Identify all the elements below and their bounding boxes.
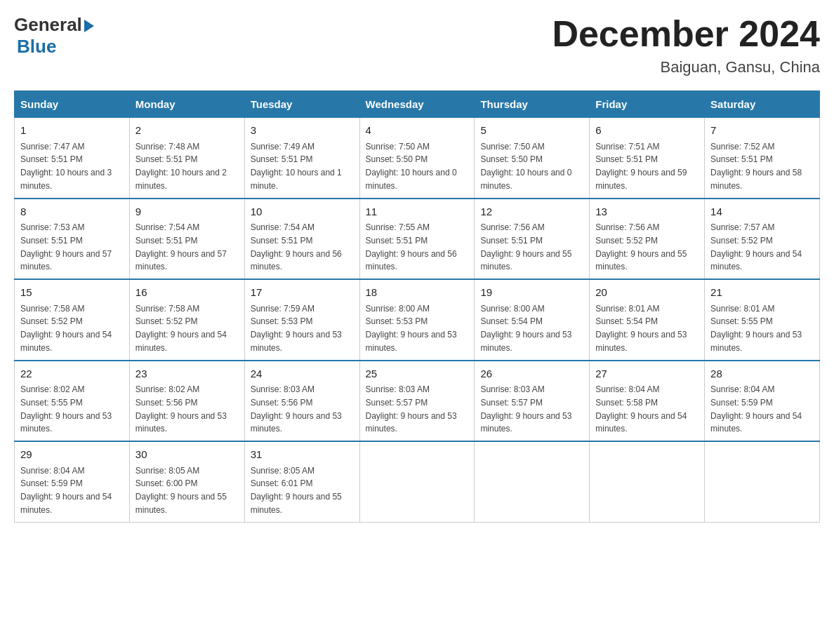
day-info: Sunrise: 8:01 AMSunset: 5:55 PMDaylight:… <box>710 304 802 353</box>
col-thursday: Thursday <box>475 91 590 118</box>
calendar-cell: 28Sunrise: 8:04 AMSunset: 5:59 PMDayligh… <box>705 361 820 442</box>
day-number: 20 <box>595 285 699 301</box>
col-monday: Monday <box>129 91 244 118</box>
day-info: Sunrise: 7:53 AMSunset: 5:51 PMDaylight:… <box>20 222 112 271</box>
col-sunday: Sunday <box>15 91 130 118</box>
day-number: 7 <box>710 123 814 139</box>
day-number: 4 <box>366 123 469 139</box>
day-info: Sunrise: 7:47 AMSunset: 5:51 PMDaylight:… <box>20 142 112 191</box>
day-number: 28 <box>710 366 814 382</box>
day-number: 9 <box>135 204 239 220</box>
day-info: Sunrise: 7:56 AMSunset: 5:51 PMDaylight:… <box>480 222 571 271</box>
calendar-cell: 17Sunrise: 7:59 AMSunset: 5:53 PMDayligh… <box>244 279 359 361</box>
day-number: 26 <box>480 366 583 382</box>
day-info: Sunrise: 8:04 AMSunset: 5:58 PMDaylight:… <box>595 384 687 434</box>
calendar-cell: 23Sunrise: 8:02 AMSunset: 5:56 PMDayligh… <box>129 361 244 442</box>
col-saturday: Saturday <box>705 91 820 118</box>
day-number: 17 <box>251 285 354 301</box>
day-info: Sunrise: 7:50 AMSunset: 5:50 PMDaylight:… <box>366 142 457 191</box>
calendar-cell: 21Sunrise: 8:01 AMSunset: 5:55 PMDayligh… <box>705 279 820 361</box>
calendar-cell: 7Sunrise: 7:52 AMSunset: 5:51 PMDaylight… <box>705 118 820 199</box>
day-number: 27 <box>595 366 699 382</box>
day-number: 5 <box>480 123 583 139</box>
day-number: 15 <box>20 285 124 301</box>
day-info: Sunrise: 7:59 AMSunset: 5:53 PMDaylight:… <box>251 304 342 353</box>
day-number: 30 <box>135 447 239 463</box>
day-info: Sunrise: 7:48 AMSunset: 5:51 PMDaylight:… <box>135 142 227 191</box>
day-number: 14 <box>710 204 814 220</box>
day-number: 31 <box>251 447 354 463</box>
calendar-cell: 22Sunrise: 8:02 AMSunset: 5:55 PMDayligh… <box>15 361 130 442</box>
week-row-3: 15Sunrise: 7:58 AMSunset: 5:52 PMDayligh… <box>15 279 820 361</box>
calendar-cell: 1Sunrise: 7:47 AMSunset: 5:51 PMDaylight… <box>15 118 130 199</box>
calendar-cell: 10Sunrise: 7:54 AMSunset: 5:51 PMDayligh… <box>244 199 359 280</box>
day-info: Sunrise: 8:02 AMSunset: 5:55 PMDaylight:… <box>20 384 112 434</box>
col-tuesday: Tuesday <box>244 91 359 118</box>
calendar-cell: 26Sunrise: 8:03 AMSunset: 5:57 PMDayligh… <box>475 361 590 442</box>
day-info: Sunrise: 8:05 AMSunset: 6:01 PMDaylight:… <box>251 466 342 515</box>
day-info: Sunrise: 8:03 AMSunset: 5:57 PMDaylight:… <box>480 384 571 434</box>
day-number: 11 <box>366 204 469 220</box>
calendar-cell: 9Sunrise: 7:54 AMSunset: 5:51 PMDaylight… <box>129 199 244 280</box>
calendar-cell: 6Sunrise: 7:51 AMSunset: 5:51 PMDaylight… <box>590 118 705 199</box>
day-info: Sunrise: 7:55 AMSunset: 5:51 PMDaylight:… <box>366 222 457 271</box>
day-info: Sunrise: 7:57 AMSunset: 5:52 PMDaylight:… <box>710 222 802 271</box>
col-friday: Friday <box>590 91 705 118</box>
day-number: 12 <box>480 204 583 220</box>
calendar-cell: 16Sunrise: 7:58 AMSunset: 5:52 PMDayligh… <box>129 279 244 361</box>
logo-triangle-icon <box>84 20 94 32</box>
col-wednesday: Wednesday <box>359 91 475 118</box>
day-number: 6 <box>595 123 699 139</box>
week-row-5: 29Sunrise: 8:04 AMSunset: 5:59 PMDayligh… <box>15 441 820 522</box>
day-number: 24 <box>251 366 354 382</box>
day-number: 18 <box>366 285 469 301</box>
calendar-cell: 31Sunrise: 8:05 AMSunset: 6:01 PMDayligh… <box>244 441 359 522</box>
calendar-cell: 11Sunrise: 7:55 AMSunset: 5:51 PMDayligh… <box>359 199 475 280</box>
day-info: Sunrise: 7:58 AMSunset: 5:52 PMDaylight:… <box>135 304 227 353</box>
calendar-cell: 24Sunrise: 8:03 AMSunset: 5:56 PMDayligh… <box>244 361 359 442</box>
calendar-table: Sunday Monday Tuesday Wednesday Thursday… <box>14 90 820 523</box>
day-info: Sunrise: 7:54 AMSunset: 5:51 PMDaylight:… <box>251 222 342 271</box>
calendar-cell: 20Sunrise: 8:01 AMSunset: 5:54 PMDayligh… <box>590 279 705 361</box>
day-info: Sunrise: 7:50 AMSunset: 5:50 PMDaylight:… <box>480 142 571 191</box>
day-number: 10 <box>251 204 354 220</box>
day-info: Sunrise: 8:00 AMSunset: 5:54 PMDaylight:… <box>480 304 571 353</box>
calendar-cell: 25Sunrise: 8:03 AMSunset: 5:57 PMDayligh… <box>359 361 475 442</box>
calendar-cell: 19Sunrise: 8:00 AMSunset: 5:54 PMDayligh… <box>475 279 590 361</box>
calendar-cell <box>475 441 590 522</box>
calendar-cell: 4Sunrise: 7:50 AMSunset: 5:50 PMDaylight… <box>359 118 475 199</box>
page-header: General Blue December 2024 Baiguan, Gans… <box>14 14 820 76</box>
day-info: Sunrise: 8:00 AMSunset: 5:53 PMDaylight:… <box>366 304 457 353</box>
day-info: Sunrise: 8:03 AMSunset: 5:57 PMDaylight:… <box>366 384 457 434</box>
calendar-cell: 14Sunrise: 7:57 AMSunset: 5:52 PMDayligh… <box>705 199 820 280</box>
day-info: Sunrise: 7:49 AMSunset: 5:51 PMDaylight:… <box>251 142 342 191</box>
logo-general-text: General <box>14 14 82 36</box>
calendar-cell: 15Sunrise: 7:58 AMSunset: 5:52 PMDayligh… <box>15 279 130 361</box>
day-info: Sunrise: 8:03 AMSunset: 5:56 PMDaylight:… <box>251 384 342 434</box>
calendar-cell: 30Sunrise: 8:05 AMSunset: 6:00 PMDayligh… <box>129 441 244 522</box>
day-number: 13 <box>595 204 699 220</box>
day-number: 21 <box>710 285 814 301</box>
week-row-2: 8Sunrise: 7:53 AMSunset: 5:51 PMDaylight… <box>15 199 820 280</box>
day-number: 3 <box>251 123 354 139</box>
calendar-cell: 8Sunrise: 7:53 AMSunset: 5:51 PMDaylight… <box>15 199 130 280</box>
calendar-cell: 29Sunrise: 8:04 AMSunset: 5:59 PMDayligh… <box>15 441 130 522</box>
day-number: 2 <box>135 123 239 139</box>
calendar-cell <box>590 441 705 522</box>
day-info: Sunrise: 8:05 AMSunset: 6:00 PMDaylight:… <box>135 466 227 515</box>
logo: General Blue <box>14 14 94 58</box>
calendar-cell: 2Sunrise: 7:48 AMSunset: 5:51 PMDaylight… <box>129 118 244 199</box>
week-row-1: 1Sunrise: 7:47 AMSunset: 5:51 PMDaylight… <box>15 118 820 199</box>
calendar-cell: 13Sunrise: 7:56 AMSunset: 5:52 PMDayligh… <box>590 199 705 280</box>
day-info: Sunrise: 7:52 AMSunset: 5:51 PMDaylight:… <box>710 142 802 191</box>
day-info: Sunrise: 7:54 AMSunset: 5:51 PMDaylight:… <box>135 222 227 271</box>
logo-blue-text: Blue <box>17 36 56 58</box>
location-title: Baiguan, Gansu, China <box>552 58 820 76</box>
calendar-cell: 18Sunrise: 8:00 AMSunset: 5:53 PMDayligh… <box>359 279 475 361</box>
calendar-cell <box>359 441 475 522</box>
day-info: Sunrise: 7:56 AMSunset: 5:52 PMDaylight:… <box>595 222 687 271</box>
calendar-cell: 3Sunrise: 7:49 AMSunset: 5:51 PMDaylight… <box>244 118 359 199</box>
day-info: Sunrise: 7:58 AMSunset: 5:52 PMDaylight:… <box>20 304 112 353</box>
calendar-cell <box>705 441 820 522</box>
calendar-cell: 5Sunrise: 7:50 AMSunset: 5:50 PMDaylight… <box>475 118 590 199</box>
